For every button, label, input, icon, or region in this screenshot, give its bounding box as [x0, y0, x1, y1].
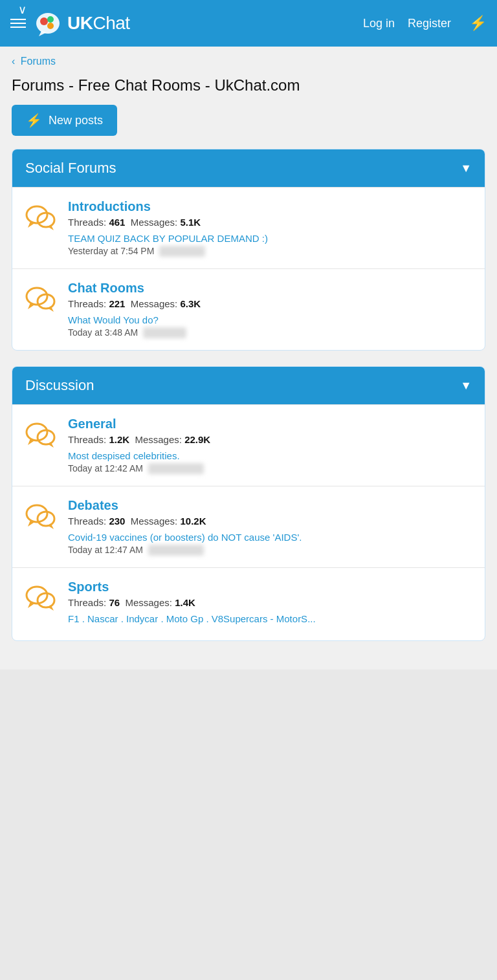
chat-rooms-latest-time: Today at 3:48 AM — [68, 327, 138, 338]
debates-latest-meta: Today at 12:47 AM hell2hearts76 — [68, 545, 474, 556]
introductions-latest-time: Yesterday at 7:54 PM — [68, 246, 154, 256]
social-forums-header[interactable]: Social Forums ▼ — [12, 149, 485, 187]
chat-rooms-latest-meta: Today at 3:48 AM lwest1265 — [68, 327, 474, 338]
general-latest-user: hell2hearts76 — [148, 463, 204, 474]
general-forum-icon — [23, 417, 58, 452]
register-link[interactable]: Register — [408, 17, 451, 30]
social-forums-chevron-icon: ▼ — [460, 162, 472, 175]
chat-rooms-forum-link[interactable]: Chat Rooms — [68, 281, 474, 296]
discussion-chevron-icon: ▼ — [460, 379, 472, 393]
general-latest-time: Today at 12:42 AM — [68, 463, 143, 474]
breadcrumb-arrow-icon: ‹ — [12, 56, 15, 67]
debates-forum-link[interactable]: Debates — [68, 498, 474, 513]
menu-chevron-icon: ∨ — [18, 3, 27, 17]
flash-icon[interactable]: ⚡ — [469, 15, 487, 32]
debates-forum-info: Debates Threads: 230 Messages: 10.2K Cov… — [68, 498, 474, 556]
discussion-section: Discussion ▼ General Threads: 1.2K Messa… — [12, 366, 485, 641]
introductions-latest-meta: Yesterday at 7:54 PM JulioTia3rd — [68, 246, 474, 257]
chat-rooms-latest-thread-link[interactable]: What Would You do? — [68, 314, 159, 325]
debates-latest-user: hell2hearts76 — [148, 545, 204, 556]
sports-latest-thread-link[interactable]: F1 . Nascar . Indycar . Moto Gp . V8Supe… — [68, 613, 316, 624]
introductions-forum-link[interactable]: Introductions — [68, 199, 474, 214]
discussion-section-header[interactable]: Discussion ▼ — [12, 367, 485, 404]
chat-rooms-latest-user: lwest1265 — [143, 327, 186, 338]
svg-point-1 — [40, 17, 48, 25]
sports-forum-link[interactable]: Sports — [68, 580, 474, 594]
list-item: Debates Threads: 230 Messages: 10.2K Cov… — [12, 486, 485, 567]
introductions-latest-thread-link[interactable]: TEAM QUIZ BACK BY POPULAR DEMAND :) — [68, 233, 268, 244]
general-latest-thread-link[interactable]: Most despised celebrities. — [68, 450, 180, 461]
page-title-area: Forums - Free Chat Rooms - UkChat.com — [0, 74, 497, 105]
chat-rooms-forum-info: Chat Rooms Threads: 221 Messages: 6.3K W… — [68, 281, 474, 338]
login-link[interactable]: Log in — [363, 17, 395, 30]
list-item: General Threads: 1.2K Messages: 22.9K Mo… — [12, 404, 485, 486]
chat-rooms-forum-icon — [23, 281, 58, 316]
breadcrumb-forums-link[interactable]: Forums — [21, 56, 56, 67]
sections-wrapper: Social Forums ▼ Introductions Threads: 4… — [0, 149, 497, 670]
debates-forum-icon — [23, 498, 58, 533]
page-title: Forums - Free Chat Rooms - UkChat.com — [12, 76, 485, 94]
svg-point-2 — [47, 16, 54, 23]
new-posts-area: ⚡ New posts — [0, 105, 497, 149]
sports-forum-icon — [23, 580, 58, 615]
introductions-forum-info: Introductions Threads: 461 Messages: 5.1… — [68, 199, 474, 257]
list-item: Introductions Threads: 461 Messages: 5.1… — [12, 187, 485, 268]
chat-rooms-forum-stats: Threads: 221 Messages: 6.3K — [68, 298, 474, 309]
new-posts-label: New posts — [49, 114, 103, 127]
menu-button[interactable]: ∨ — [10, 19, 26, 28]
new-posts-button[interactable]: ⚡ New posts — [12, 105, 117, 136]
debates-forum-stats: Threads: 230 Messages: 10.2K — [68, 516, 474, 527]
introductions-latest-user: JulioTia3rd — [159, 246, 205, 257]
general-forum-stats: Threads: 1.2K Messages: 22.9K — [68, 434, 474, 445]
general-forum-link[interactable]: General — [68, 417, 474, 431]
logo-icon — [34, 9, 62, 38]
social-forums-section: Social Forums ▼ Introductions Threads: 4… — [12, 149, 485, 351]
debates-latest-time: Today at 12:47 AM — [68, 545, 143, 555]
header-nav: Log in Register ⚡ — [363, 15, 487, 32]
breadcrumb: ‹ Forums — [0, 47, 497, 74]
introductions-forum-stats: Threads: 461 Messages: 5.1K — [68, 217, 474, 228]
introductions-forum-icon — [23, 199, 58, 234]
sports-forum-info: Sports Threads: 76 Messages: 1.4K F1 . N… — [68, 580, 474, 625]
general-forum-info: General Threads: 1.2K Messages: 22.9K Mo… — [68, 417, 474, 474]
social-forums-title: Social Forums — [25, 160, 116, 177]
site-header: ∨ UKChat Log in Register ⚡ — [0, 0, 497, 47]
logo-text: UKChat — [67, 13, 130, 34]
debates-latest-thread-link[interactable]: Covid-19 vaccines (or boosters) do NOT c… — [68, 532, 302, 543]
logo-area: UKChat — [34, 9, 363, 38]
list-item: Chat Rooms Threads: 221 Messages: 6.3K W… — [12, 268, 485, 350]
discussion-title: Discussion — [25, 377, 94, 394]
svg-point-0 — [36, 13, 60, 34]
general-latest-meta: Today at 12:42 AM hell2hearts76 — [68, 463, 474, 474]
new-posts-flash-icon: ⚡ — [26, 113, 42, 128]
list-item: Sports Threads: 76 Messages: 1.4K F1 . N… — [12, 567, 485, 640]
svg-point-3 — [47, 23, 54, 29]
sports-forum-stats: Threads: 76 Messages: 1.4K — [68, 597, 474, 608]
